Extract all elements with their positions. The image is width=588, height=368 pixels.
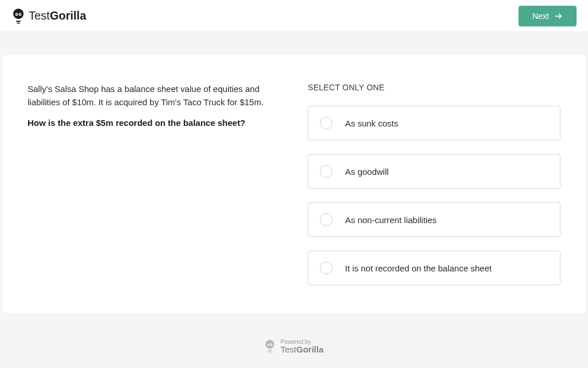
brand-name-bold: Gorilla (50, 9, 86, 22)
answer-option-3[interactable]: It is not recorded on the balance sheet (308, 251, 560, 285)
option-label: It is not recorded on the balance sheet (345, 263, 492, 273)
answer-option-1[interactable]: As goodwill (308, 154, 560, 189)
content-area: Sally's Salsa Shop has a balance sheet v… (0, 32, 588, 313)
question-card: Sally's Salsa Shop has a balance sheet v… (2, 55, 586, 313)
svg-point-4 (20, 14, 21, 15)
radio-icon (320, 262, 332, 274)
svg-rect-5 (16, 21, 21, 22)
answer-instruction: SELECT ONLY ONE (308, 83, 560, 92)
brand-name-light: Test (29, 9, 50, 22)
answers-column: SELECT ONLY ONE As sunk costs As goodwil… (308, 83, 560, 285)
radio-icon (320, 213, 332, 226)
footer-text: Powered by TestGorilla (280, 339, 323, 355)
brand-logo: TestGorilla (11, 8, 86, 24)
svg-point-10 (268, 344, 269, 346)
radio-icon (320, 117, 332, 129)
svg-point-11 (271, 344, 272, 346)
brand-name: TestGorilla (29, 9, 86, 22)
footer-content: Powered by TestGorilla (264, 339, 323, 355)
gorilla-icon (264, 339, 276, 353)
footer-brand-bold: Gorilla (296, 344, 324, 354)
next-button[interactable]: Next (519, 6, 577, 26)
svg-rect-12 (268, 350, 272, 351)
footer: Powered by TestGorilla (0, 339, 588, 355)
footer-brand: TestGorilla (280, 345, 323, 355)
question-column: Sally's Salsa Shop has a balance sheet v… (28, 83, 280, 285)
next-button-label: Next (532, 12, 549, 21)
option-label: As sunk costs (345, 118, 399, 128)
arrow-right-icon (555, 12, 563, 20)
answer-option-2[interactable]: As non-current liabilities (308, 202, 560, 237)
option-label: As goodwill (345, 167, 389, 177)
answer-option-0[interactable]: As sunk costs (308, 106, 560, 140)
svg-rect-6 (17, 22, 20, 24)
gorilla-icon (11, 8, 25, 24)
svg-point-7 (266, 340, 274, 348)
svg-rect-13 (269, 352, 272, 352)
svg-point-3 (16, 14, 17, 15)
footer-brand-light: Test (280, 344, 296, 354)
svg-point-0 (13, 9, 24, 19)
question-prompt: How is the extra $5m recorded on the bal… (28, 117, 280, 130)
radio-icon (320, 165, 332, 178)
option-label: As non-current liabilities (345, 215, 436, 225)
question-context: Sally's Salsa Shop has a balance sheet v… (28, 83, 280, 109)
app-header: TestGorilla Next (0, 0, 588, 32)
